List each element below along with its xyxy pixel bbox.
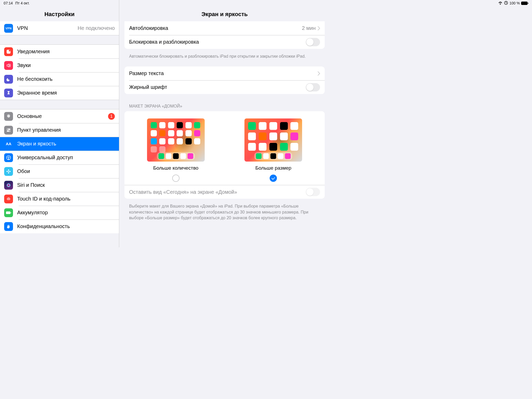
sidebar-item-label: Экран и яркость	[17, 141, 115, 147]
moon-icon	[4, 75, 13, 84]
chevron-right-icon	[318, 26, 320, 30]
sidebar-item-label: Основные	[17, 113, 108, 119]
notification-badge: 1	[108, 113, 115, 120]
gear-icon	[4, 112, 13, 121]
toggle-today-view	[306, 188, 320, 196]
row-label: Автоблокировка	[129, 25, 302, 31]
svg-point-9	[9, 130, 10, 131]
card-home-layout: Больше количество	[124, 111, 325, 199]
svg-point-7	[7, 129, 8, 130]
sounds-icon	[4, 61, 13, 70]
sidebar-item-label: Звуки	[17, 62, 115, 68]
sidebar-item-general[interactable]: Основные 1	[0, 109, 119, 123]
pane-title: Экран и яркость	[119, 6, 330, 21]
svg-point-5	[9, 50, 10, 51]
sidebar-item-label: Пункт управления	[17, 127, 115, 133]
sidebar-item-notifications[interactable]: Уведомления	[0, 45, 119, 58]
sidebar-item-accessibility[interactable]: Универсальный доступ	[0, 151, 119, 164]
svg-point-16	[9, 171, 11, 172]
sidebar-item-label: Аккумулятор	[17, 210, 115, 216]
siri-icon	[4, 181, 13, 190]
sidebar-item-dnd[interactable]: Не беспокоить	[0, 72, 119, 86]
layout-preview-more	[147, 118, 205, 162]
hand-icon	[4, 222, 13, 231]
notifications-icon	[4, 47, 13, 56]
radio-more[interactable]	[172, 175, 179, 182]
svg-rect-20	[11, 212, 11, 213]
sidebar-item-screentime[interactable]: Экранное время	[0, 86, 119, 100]
layout-option-more[interactable]: Больше количество	[147, 118, 205, 182]
sidebar-item-label: Touch ID и код-пароль	[17, 196, 115, 202]
sidebar-item-siri[interactable]: Siri и Поиск	[0, 178, 119, 192]
fingerprint-icon	[4, 195, 13, 203]
sidebar-item-label: Не беспокоить	[17, 76, 115, 82]
svg-point-11	[8, 156, 9, 157]
status-time: 07:14	[4, 1, 13, 5]
chevron-right-icon	[318, 71, 320, 76]
detail-pane: Экран и яркость Автоблокировка 2 мин Бло…	[119, 0, 330, 247]
sidebar-item-battery[interactable]: Аккумулятор	[0, 206, 119, 220]
footnote-home: Выберите макет для Вашего экрана «Домой»…	[124, 201, 325, 228]
toggles-icon	[4, 126, 13, 135]
accessibility-icon	[4, 153, 13, 162]
sidebar-item-label: Siri и Поиск	[17, 182, 115, 188]
footnote-lock: Автоматически блокировать и разблокирова…	[124, 51, 325, 66]
battery-icon	[4, 208, 13, 217]
sidebar-item-control-center[interactable]: Пункт управления	[0, 123, 119, 137]
row-today-view: Оставить вид «Сегодня» на экране «Домой»	[124, 185, 325, 199]
row-label: Размер текста	[129, 70, 318, 76]
svg-point-18	[8, 184, 10, 186]
layout-preview-bigger	[244, 118, 302, 162]
svg-point-12	[8, 171, 9, 172]
sidebar-item-sounds[interactable]: Звуки	[0, 58, 119, 72]
row-text-size[interactable]: Размер текста	[124, 66, 325, 80]
sidebar-item-label: Уведомления	[17, 49, 115, 55]
sidebar-item-wallpaper[interactable]: Обои	[0, 164, 119, 178]
toggle-bold-text[interactable]	[306, 83, 320, 91]
row-autolock[interactable]: Автоблокировка 2 мин	[124, 21, 325, 35]
sidebar-item-touchid[interactable]: Touch ID и код-пароль	[0, 192, 119, 206]
hourglass-icon	[4, 89, 13, 97]
status-date: Пт 4 окт.	[15, 1, 30, 5]
card-lock: Автоблокировка 2 мин Блокировка и разбло…	[124, 21, 325, 49]
status-bar: 07:14 Пт 4 окт. 100 %	[0, 0, 330, 6]
card-text: Размер текста Жирный шрифт	[124, 66, 325, 94]
sidebar-item-label: VPN	[17, 25, 78, 31]
layout-label: Больше размер	[255, 165, 291, 171]
sidebar-item-label: Экранное время	[17, 90, 115, 96]
row-lock-unlock[interactable]: Блокировка и разблокировка	[124, 35, 325, 49]
svg-point-14	[8, 172, 9, 174]
radio-bigger[interactable]	[270, 175, 277, 182]
text-size-icon: AA	[4, 139, 13, 148]
vpn-icon: VPN	[4, 24, 13, 33]
sidebar-item-label: Конфиденциальность	[17, 223, 115, 229]
row-bold-text[interactable]: Жирный шрифт	[124, 80, 325, 94]
svg-point-15	[6, 171, 8, 172]
sidebar-item-label: Универсальный доступ	[17, 155, 115, 161]
sidebar-item-vpn[interactable]: VPN VPN Не подключено	[0, 21, 119, 35]
row-label: Блокировка и разблокировка	[129, 39, 306, 45]
layout-option-bigger[interactable]: Больше размер	[244, 118, 302, 182]
row-value: 2 мин	[302, 25, 316, 31]
sidebar-title: Настройки	[0, 6, 119, 21]
sidebar-item-value: Не подключено	[78, 25, 115, 31]
svg-rect-19	[6, 211, 10, 214]
sidebar-item-display[interactable]: AA Экран и яркость	[0, 137, 119, 151]
svg-point-13	[8, 169, 9, 171]
layout-label: Больше количество	[153, 165, 198, 171]
row-label: Оставить вид «Сегодня» на экране «Домой»	[129, 189, 306, 195]
row-label: Жирный шрифт	[129, 84, 306, 90]
section-header-home: МАКЕТ ЭКРАНА «ДОМОЙ»	[124, 97, 325, 111]
settings-sidebar: Настройки VPN VPN Не подключено Уведомле…	[0, 0, 119, 247]
sidebar-item-label: Обои	[17, 168, 115, 174]
sidebar-item-privacy[interactable]: Конфиденциальность	[0, 220, 119, 233]
toggle-lock-unlock[interactable]	[306, 38, 320, 46]
flower-icon	[4, 167, 13, 176]
